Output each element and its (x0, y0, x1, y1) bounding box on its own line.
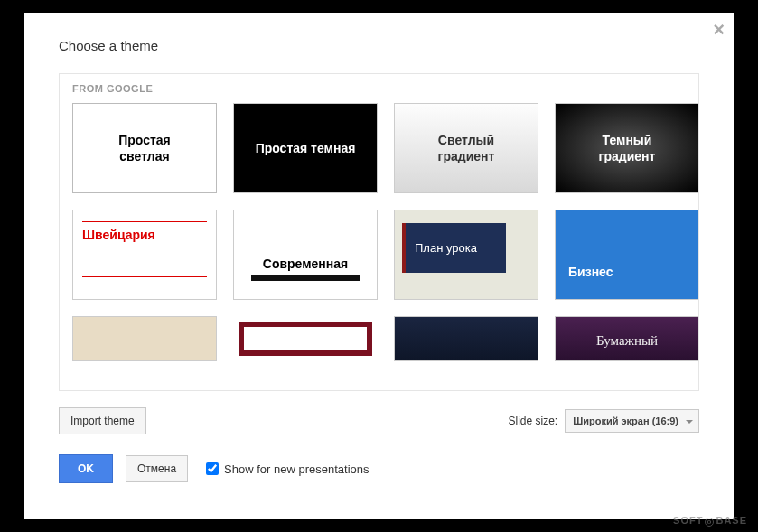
theme-beige[interactable] (72, 316, 217, 361)
decorative-line (82, 276, 207, 277)
theme-navy[interactable] (394, 316, 538, 361)
theme-gallery: FROM GOOGLE Простая светлая Простая темн… (59, 73, 699, 391)
theme-chooser-dialog: × Choose a theme FROM GOOGLE Простая све… (24, 13, 734, 519)
theme-label: Простая светлая (118, 132, 171, 164)
decorative-bar (251, 275, 360, 281)
theme-business[interactable]: Бизнес (555, 210, 699, 300)
theme-label: Бумажный (596, 333, 658, 349)
theme-modern[interactable]: Современная (233, 210, 378, 300)
decorative-line (82, 221, 207, 222)
theme-label: Бизнес (568, 265, 613, 279)
theme-label: План урока (415, 241, 477, 255)
theme-maroon-frame[interactable] (233, 316, 378, 361)
theme-simple-light[interactable]: Простая светлая (72, 103, 217, 193)
slide-size-group: Slide size: Широкий экран (16:9) (508, 409, 699, 433)
decorative-frame (239, 322, 372, 356)
show-new-checkbox[interactable] (206, 462, 219, 475)
theme-swiss[interactable]: Швейцария (72, 210, 217, 300)
import-theme-button[interactable]: Import theme (59, 407, 146, 434)
show-new-label: Show for new presentations (224, 462, 369, 476)
slide-size-label: Slide size: (508, 415, 557, 427)
slide-size-value: Широкий экран (16:9) (573, 415, 678, 426)
theme-label: Темный градиент (599, 132, 656, 164)
watermark-icon: o (705, 518, 714, 527)
theme-paper[interactable]: Бумажный (555, 316, 699, 361)
close-icon[interactable]: × (713, 20, 725, 40)
show-new-checkbox-wrap[interactable]: Show for new presentations (206, 462, 369, 476)
cancel-button[interactable]: Отмена (126, 455, 188, 482)
footer-row-actions: OK Отмена Show for new presentations (24, 434, 734, 483)
theme-simple-dark[interactable]: Простая темная (233, 103, 378, 193)
theme-dark-gradient[interactable]: Темный градиент (555, 103, 699, 193)
dialog-title: Choose a theme (24, 13, 734, 53)
theme-light-gradient[interactable]: Светлый градиент (394, 103, 538, 193)
theme-label: Швейцария (82, 228, 155, 242)
ok-button[interactable]: OK (59, 454, 113, 483)
theme-lesson-plan[interactable]: План урока (394, 210, 538, 300)
watermark: SOFToBASE (673, 515, 747, 527)
slide-size-select[interactable]: Широкий экран (16:9) (565, 409, 699, 433)
decorative-block: План урока (402, 223, 506, 273)
theme-label: Современная (263, 257, 348, 271)
themes-grid: Простая светлая Простая темная Светлый г… (60, 103, 698, 361)
section-label-from-google: FROM GOOGLE (60, 74, 698, 103)
theme-label: Простая темная (256, 141, 356, 155)
footer-row-options: Import theme Slide size: Широкий экран (… (24, 391, 734, 434)
theme-label: Светлый градиент (438, 132, 495, 164)
